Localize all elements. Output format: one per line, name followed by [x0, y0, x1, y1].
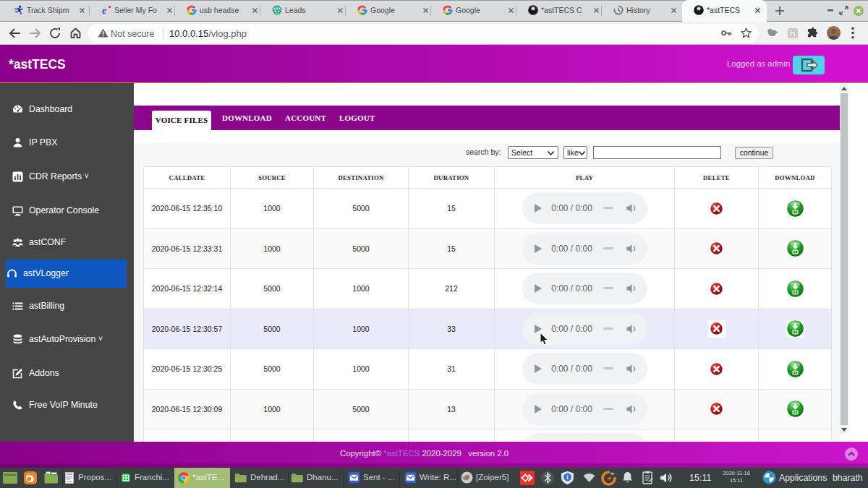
- svg-text:e: e: [102, 5, 106, 15]
